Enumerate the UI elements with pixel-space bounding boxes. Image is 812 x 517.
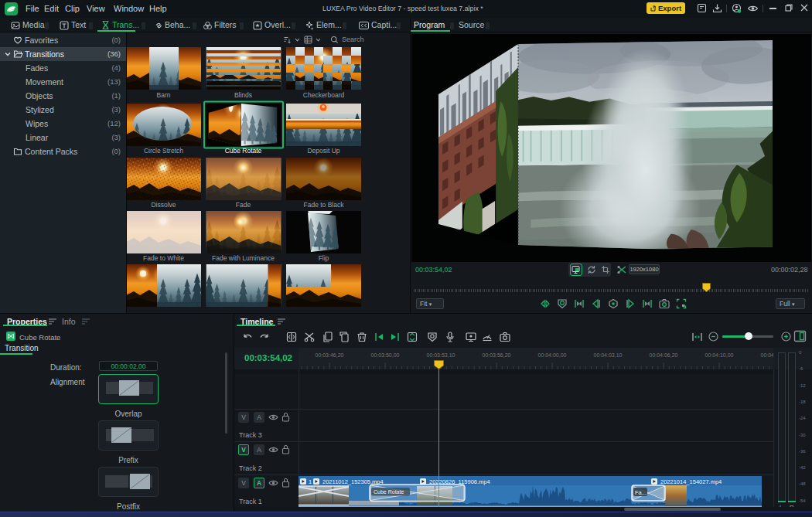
svg-text:00:03:50,00: 00:03:50,00 bbox=[371, 352, 400, 358]
svg-text:00:03:53,10: 00:03:53,10 bbox=[427, 352, 455, 358]
svg-text:00:04:13,10: 00:04:13,10 bbox=[761, 352, 773, 358]
svg-text:00:04:10,00: 00:04:10,00 bbox=[705, 352, 734, 358]
svg-text:Cube Rotate: Cube Rotate bbox=[374, 489, 404, 495]
svg-text:00:03:46,20: 00:03:46,20 bbox=[316, 352, 344, 358]
svg-text:00:04:00,00: 00:04:00,00 bbox=[538, 352, 567, 358]
svg-text:00:04:06,20: 00:04:06,20 bbox=[650, 352, 678, 358]
svg-text:00:03:56,20: 00:03:56,20 bbox=[483, 352, 511, 358]
svg-text:00:04:03,10: 00:04:03,10 bbox=[594, 352, 623, 358]
svg-text:1: 1 bbox=[309, 478, 312, 485]
svg-text:Fa...: Fa... bbox=[635, 489, 647, 496]
svg-text:20221014_154027.mp4: 20221014_154027.mp4 bbox=[660, 478, 722, 485]
